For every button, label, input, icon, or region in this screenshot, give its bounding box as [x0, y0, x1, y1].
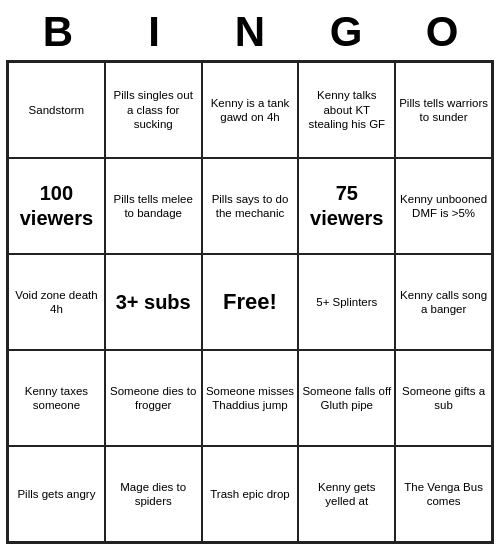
bingo-cell: Pills gets angry [8, 446, 105, 542]
bingo-cell: Trash epic drop [202, 446, 299, 542]
bingo-cell: Someone dies to frogger [105, 350, 202, 446]
bingo-cell: Void zone death 4h [8, 254, 105, 350]
bingo-letter: B [18, 8, 98, 56]
bingo-cell: 75 viewers [298, 158, 395, 254]
bingo-header: BINGO [10, 0, 490, 60]
bingo-cell: The Venga Bus comes [395, 446, 492, 542]
bingo-cell: Kenny talks about KT stealing his GF [298, 62, 395, 158]
bingo-cell: Kenny unbooned DMF is >5% [395, 158, 492, 254]
bingo-cell: Mage dies to spiders [105, 446, 202, 542]
bingo-cell: Someone falls off Gluth pipe [298, 350, 395, 446]
bingo-cell: Someone misses Thaddius jump [202, 350, 299, 446]
bingo-cell: Free! [202, 254, 299, 350]
bingo-cell: 3+ subs [105, 254, 202, 350]
bingo-cell: Pills singles out a class for sucking [105, 62, 202, 158]
bingo-cell: Kenny gets yelled at [298, 446, 395, 542]
bingo-letter: I [114, 8, 194, 56]
bingo-cell: 100 viewers [8, 158, 105, 254]
bingo-letter: O [402, 8, 482, 56]
bingo-grid: SandstormPills singles out a class for s… [6, 60, 494, 544]
bingo-cell: Pills tells melee to bandage [105, 158, 202, 254]
bingo-letter: G [306, 8, 386, 56]
bingo-cell: 5+ Splinters [298, 254, 395, 350]
bingo-cell: Sandstorm [8, 62, 105, 158]
bingo-cell: Pills says to do the mechanic [202, 158, 299, 254]
bingo-cell: Kenny calls song a banger [395, 254, 492, 350]
bingo-cell: Someone gifts a sub [395, 350, 492, 446]
bingo-cell: Pills tells warriors to sunder [395, 62, 492, 158]
bingo-cell: Kenny is a tank gawd on 4h [202, 62, 299, 158]
bingo-letter: N [210, 8, 290, 56]
bingo-cell: Kenny taxes someone [8, 350, 105, 446]
